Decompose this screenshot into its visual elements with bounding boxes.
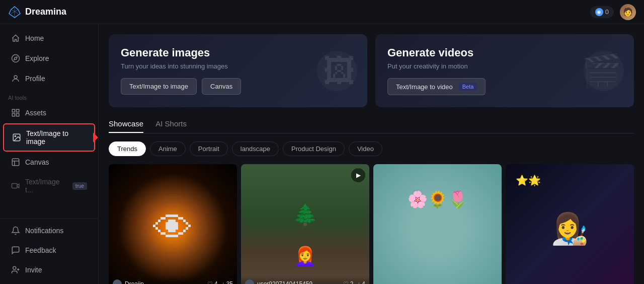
videos-card-bg-icon: 🎬 [582,52,622,90]
image-user-0: Dreajin [113,279,144,284]
filter-pills: Trends Anime Portrait landscape Product … [109,141,634,156]
sidebar-item-text-video-label: Text/Image t... [25,178,65,194]
generate-images-card: Generate images Turn your ideas into stu… [109,34,367,107]
image-flowers [373,164,502,284]
image-anime [506,164,634,284]
likes-count-1: 2 [350,280,354,284]
user-plus-icon [11,265,20,274]
layout-icon [11,158,20,167]
image-card-2[interactable] [373,164,502,284]
user-icon [11,74,20,83]
text-image-to-video-button[interactable]: Text/Image to video Beta [387,78,486,95]
filter-landscape[interactable]: landscape [232,141,279,156]
credits-icon: ◉ [595,8,603,16]
sidebar-item-invite[interactable]: Invite [3,260,95,279]
sidebar-item-feedback-label: Feedback [25,246,56,254]
image-username-0: Dreajin [125,280,144,284]
app-name: Dreamina [25,7,66,17]
image-username-1: user9207140415459 [257,280,312,284]
image-icon [12,133,21,142]
image-forest [241,164,369,284]
downloads-count-1: 4 [362,280,365,284]
message-icon [11,246,20,255]
svg-point-12 [13,266,16,269]
grid-icon [11,108,20,117]
image-stats-0: ♡ 4 ↓ 35 [207,280,233,284]
image-avatar-1 [245,279,254,284]
download-icon: ↓ [222,280,225,284]
tab-ai-shorts[interactable]: AI Shorts [155,119,187,133]
sidebar-item-assets-label: Assets [25,109,46,117]
topbar-right: ◉ 0 🧑 [590,4,636,20]
sidebar-item-notifications-label: Notifications [25,227,63,235]
svg-rect-3 [17,109,19,112]
play-button-1[interactable]: ▶ [351,168,365,182]
filter-product-design[interactable]: Product Design [283,141,345,156]
sidebar-item-feedback[interactable]: Feedback [3,241,95,260]
sidebar-item-assets[interactable]: Assets [3,103,95,122]
image-overlay-1: user9207140415459 ♡ 2 ↓ 4 [241,275,369,284]
sidebar-item-text-image[interactable]: Text/Image to image [3,123,95,152]
heart-icon-1: ♡ [343,280,349,284]
likes-stat-1: ♡ 2 [343,280,354,284]
images-card-bg-icon: 🖼 [323,52,355,90]
sidebar-item-explore-label: Explore [25,54,49,62]
sidebar-item-explore[interactable]: Explore [3,49,95,68]
downloads-count-0: 35 [226,280,233,284]
tab-showcase[interactable]: Showcase [109,119,143,133]
downloads-stat-1: ↓ 4 [357,280,365,284]
filter-portrait[interactable]: Portrait [190,141,228,156]
video-icon [11,181,20,190]
generate-videos-card: Generate videos Put your creativity in m… [375,34,634,107]
sidebar-item-text-video[interactable]: Text/Image t... true [3,173,95,199]
credits-badge[interactable]: ◉ 0 [590,6,614,18]
likes-count-0: 4 [214,280,218,284]
image-card-1[interactable]: ▶ user9207140415459 ♡ 2 ↓ 4 [241,164,369,284]
filter-trends[interactable]: Trends [109,141,146,156]
sidebar-item-home-label: Home [25,34,44,42]
canvas-button[interactable]: Canvas [202,78,241,95]
text-image-to-video-label: Text/Image to video [396,83,453,91]
showcase-tabs: Showcase AI Shorts [109,119,634,133]
svg-rect-5 [17,114,19,116]
active-arrow-indicator [93,132,98,143]
sidebar-item-profile-label: Profile [25,75,45,83]
content-area: Generate images Turn your ideas into stu… [99,24,644,284]
home-icon [11,34,20,43]
svg-rect-4 [12,114,15,116]
image-eye [109,164,237,284]
generate-videos-subtitle: Put your creativity in motion [387,62,622,70]
ai-tools-label: AI tools [0,89,98,103]
likes-stat-0: ♡ 4 [207,280,218,284]
sidebar-item-invite-label: Invite [25,266,42,274]
download-icon-1: ↓ [357,280,360,284]
image-overlay-0: Dreajin ♡ 4 ↓ 35 [109,275,237,284]
image-user-1: user9207140415459 [245,279,312,284]
filter-video[interactable]: Video [349,141,382,156]
sidebar-item-canvas[interactable]: Canvas [3,153,95,172]
credits-count: 0 [605,8,609,16]
svg-rect-2 [12,109,15,112]
sidebar-item-canvas-label: Canvas [25,158,49,166]
generate-images-buttons: Text/Image to image Canvas [121,78,355,95]
svg-point-7 [15,135,16,136]
beta-badge: true [72,182,87,190]
sidebar-item-notifications[interactable]: Notifications [3,221,95,240]
sidebar-item-text-image-label: Text/Image to image [26,129,86,146]
heart-icon: ♡ [207,280,213,284]
image-grid: Dreajin ♡ 4 ↓ 35 [109,164,634,284]
svg-rect-8 [12,159,19,166]
svg-point-0 [12,55,20,62]
text-image-to-image-button[interactable]: Text/Image to image [121,78,197,95]
video-beta-tag: Beta [459,83,477,91]
image-stats-1: ♡ 2 ↓ 4 [343,280,365,284]
sidebar-item-profile[interactable]: Profile [3,69,95,88]
avatar[interactable]: 🧑 [620,4,636,20]
image-card-3[interactable] [506,164,634,284]
main-layout: Home Explore Profile AI tools Assets T [0,24,644,284]
app-logo[interactable]: Dreamina [8,6,66,19]
sidebar-item-home[interactable]: Home [3,29,95,48]
downloads-stat-0: ↓ 35 [222,280,233,284]
image-card-0[interactable]: Dreajin ♡ 4 ↓ 35 [109,164,237,284]
filter-anime[interactable]: Anime [150,141,186,156]
